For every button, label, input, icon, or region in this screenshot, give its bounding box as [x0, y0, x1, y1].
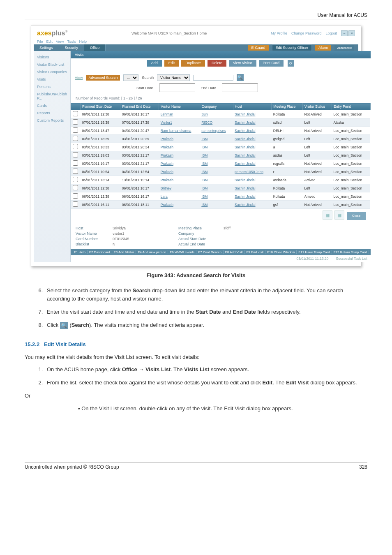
cell-link[interactable]: ram enterprises: [201, 129, 226, 133]
close-icon[interactable]: ×: [348, 30, 355, 36]
cell-link[interactable]: Sachin Jindal: [235, 137, 256, 141]
cell-link[interactable]: Sun: [201, 112, 208, 116]
duplicate-button[interactable]: Duplicate: [181, 60, 205, 67]
cell-link[interactable]: Prakash: [161, 203, 173, 207]
cell-link[interactable]: IBM: [201, 170, 208, 174]
fkey[interactable]: F10 Close Window: [265, 250, 297, 254]
adv-search-op[interactable]: …: [123, 74, 138, 81]
row-checkbox[interactable]: [73, 144, 78, 149]
tab-office[interactable]: Office: [84, 44, 106, 51]
tab-security[interactable]: Security: [59, 44, 85, 51]
cell-link[interactable]: Sachin Jindal: [235, 203, 256, 207]
fkey[interactable]: F11 Issue Temp Card: [297, 250, 332, 254]
sidebar-item-visits[interactable]: Visits: [34, 76, 70, 83]
table-row[interactable]: 03/01/2011 19:0303/01/2011 21:17PrakashI…: [71, 151, 371, 160]
cell-link[interactable]: Britney: [161, 186, 171, 190]
cell-link[interactable]: Sachin Jindal: [235, 178, 256, 182]
cell-link[interactable]: Sachin Jindal: [235, 186, 256, 190]
refresh-icon[interactable]: ⟳: [288, 60, 294, 67]
cell-link[interactable]: Visitor1: [161, 120, 172, 125]
cell-link[interactable]: IBM: [201, 203, 208, 207]
cell-link[interactable]: Prakash: [161, 170, 173, 174]
col-header[interactable]: Host: [233, 103, 272, 110]
fkey[interactable]: F8 Add Visit: [224, 250, 245, 254]
cell-link[interactable]: IBM: [201, 178, 208, 182]
table-row[interactable]: 03/01/2011 18:3303/01/2011 20:34PrakashI…: [71, 143, 371, 151]
link-profile[interactable]: My Profile: [271, 31, 287, 35]
sidebar-item-reports[interactable]: Reports: [34, 109, 70, 117]
sidebar-item-publish[interactable]: Publish/UnPublish P...: [34, 90, 70, 102]
row-checkbox[interactable]: [73, 169, 78, 174]
cell-link[interactable]: IBM: [201, 162, 208, 166]
cell-link[interactable]: Prakash: [161, 162, 173, 166]
export-xls-icon[interactable]: ▦: [334, 210, 344, 220]
search-category-select[interactable]: Visitor Name: [157, 74, 190, 81]
cell-link[interactable]: RISCO: [201, 120, 212, 125]
cell-link[interactable]: IBM: [201, 186, 208, 190]
end-date-field[interactable]: [222, 83, 258, 92]
row-checkbox[interactable]: [73, 152, 78, 157]
cell-link[interactable]: Sachin Jindal: [235, 153, 256, 157]
pill-alarm[interactable]: Alarm: [315, 45, 332, 51]
table-row[interactable]: 04/01/2011 18:4704/01/2011 20:47Ram kuma…: [71, 127, 371, 135]
table-row[interactable]: 05/01/2011 13:1413/01/2011 15:14PrakashI…: [71, 176, 371, 184]
row-checkbox[interactable]: [73, 201, 78, 207]
table-row[interactable]: 06/01/2011 12:3806/01/2011 16:17LaraIBMS…: [71, 192, 371, 201]
cell-link[interactable]: Sachin Jindal: [235, 129, 256, 133]
tab-settings[interactable]: Settings: [34, 44, 59, 51]
table-row[interactable]: 07/01/2011 15:3807/01/2011 17:39Visitor1…: [71, 118, 371, 127]
col-header[interactable]: Planned End Date: [120, 103, 159, 110]
cell-link[interactable]: IBM: [201, 145, 208, 149]
fkey[interactable]: F12 Return Temp Card: [332, 250, 369, 254]
row-checkbox[interactable]: [73, 119, 78, 125]
table-row[interactable]: 06/01/2011 12:3806/01/2011 16:17BritneyI…: [71, 184, 371, 192]
link-change-password[interactable]: Change Password: [291, 31, 322, 35]
row-checkbox[interactable]: [73, 136, 78, 141]
export-csv-icon[interactable]: ▦: [323, 210, 332, 220]
menu-bar[interactable]: FileEditViewToolsHelp: [34, 39, 358, 44]
sidebar-item-blacklist[interactable]: Visitor Black-List: [34, 61, 70, 68]
cell-link[interactable]: Sachin Jindal: [235, 194, 256, 199]
table-row[interactable]: 03/01/2011 18:2903/01/2011 20:29PrakashI…: [71, 135, 371, 143]
row-checkbox[interactable]: [73, 185, 78, 190]
col-header[interactable]: Company: [200, 103, 233, 110]
table-row[interactable]: 06/01/2011 12:3806/01/2011 16:17LehmanSu…: [71, 110, 371, 118]
sidebar-item-persons[interactable]: Persons: [34, 83, 70, 90]
sidebar-item-visitors[interactable]: Visitors: [34, 53, 70, 61]
edit-button[interactable]: Edit: [164, 60, 179, 67]
col-header[interactable]: Entry Point: [332, 103, 371, 110]
add-button[interactable]: Add: [147, 60, 162, 67]
cell-link[interactable]: Prakash: [161, 153, 173, 157]
sidebar-item-companies[interactable]: Visitor Companies: [34, 68, 70, 76]
table-row[interactable]: 04/01/2011 10:5404/01/2011 12:54PrakashI…: [71, 168, 371, 176]
link-logout[interactable]: Logout: [325, 31, 337, 35]
cell-link[interactable]: IBM: [201, 194, 208, 199]
cell-link[interactable]: Sachin Jindal: [235, 145, 256, 149]
view-visitor-button[interactable]: View Visitor: [229, 60, 256, 67]
close-panel-button[interactable]: Close: [347, 212, 366, 220]
sidebar-item-cards[interactable]: Cards: [34, 102, 70, 109]
row-checkbox[interactable]: [73, 193, 78, 199]
delete-button[interactable]: Delete: [208, 60, 226, 67]
fkey[interactable]: F1 Help: [72, 250, 88, 254]
col-header[interactable]: Visitor Status: [303, 103, 332, 110]
pill-edit-officer[interactable]: Edit Security Officer: [272, 44, 312, 51]
cell-link[interactable]: persons1050 John: [235, 170, 263, 174]
cell-link[interactable]: Sachin Jindal: [235, 112, 256, 116]
search-icon[interactable]: 🔍: [237, 74, 244, 81]
fkey[interactable]: F7 Card Search: [196, 250, 223, 254]
row-checkbox[interactable]: [73, 127, 78, 133]
fkey[interactable]: F3 Add Visitor: [112, 250, 136, 254]
col-header[interactable]: [71, 103, 81, 110]
cell-link[interactable]: Lehman: [161, 112, 173, 116]
row-checkbox[interactable]: [73, 160, 78, 166]
fkey[interactable]: F4 Add new person: [136, 250, 168, 254]
fkey[interactable]: F9 End visit: [244, 250, 265, 254]
cell-link[interactable]: Prakash: [161, 178, 173, 182]
pill-eguard[interactable]: E-Guard: [248, 45, 269, 51]
sidebar-item-custom-reports[interactable]: Custom Reports: [34, 117, 70, 124]
view-link[interactable]: View: [75, 76, 83, 80]
print-card-button[interactable]: Print Card: [259, 60, 284, 67]
start-date-field[interactable]: [159, 83, 195, 92]
cell-link[interactable]: Sachin Jindal: [235, 120, 256, 125]
